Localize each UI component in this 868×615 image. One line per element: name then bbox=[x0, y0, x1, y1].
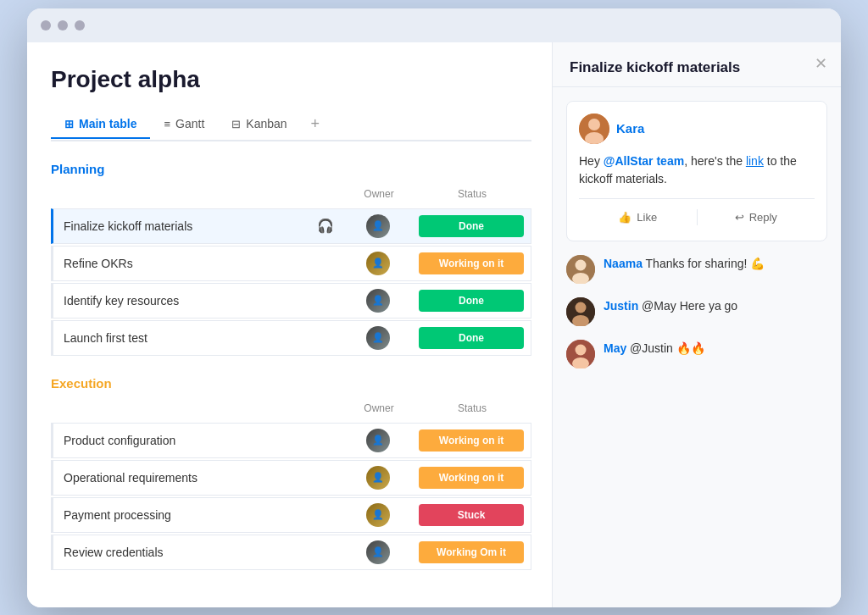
comment-actions: 👍 Like ↩ Reply bbox=[579, 198, 815, 229]
headset-icon: 🎧 bbox=[317, 218, 334, 234]
main-table-icon: ⊞ bbox=[64, 118, 74, 130]
reply-button[interactable]: ↩ Reply bbox=[698, 206, 815, 229]
execution-name-header bbox=[51, 399, 345, 418]
avatar: 👤 bbox=[366, 503, 390, 527]
traffic-light-close[interactable] bbox=[41, 20, 51, 30]
row-status: Done bbox=[412, 212, 531, 241]
table-row[interactable]: Refine OKRs 👤 Working on it bbox=[51, 246, 531, 281]
main-comment-box: Kara Hey @AllStar team, here's the link … bbox=[566, 101, 827, 241]
status-badge: Working on it bbox=[419, 429, 524, 452]
tab-main-table-label: Main table bbox=[79, 117, 136, 130]
comment-text-mid: , here's the bbox=[684, 154, 746, 168]
execution-section-title: Execution bbox=[51, 376, 531, 391]
avatar: 👤 bbox=[366, 214, 390, 238]
row-status: Working on it bbox=[412, 426, 531, 455]
comment-link[interactable]: link bbox=[746, 154, 764, 168]
table-row[interactable]: Finalize kickoff materials 🎧 👤 Done bbox=[51, 208, 531, 244]
planning-section: Planning Owner Status Finalize kickoff m… bbox=[51, 162, 531, 356]
comment-text: Hey @AllStar team, here's the link to th… bbox=[579, 152, 815, 188]
tab-kanban[interactable]: ⊟ Kanban bbox=[218, 110, 300, 137]
traffic-light-maximize[interactable] bbox=[75, 20, 85, 30]
reply-icon: ↩ bbox=[735, 211, 744, 224]
content-area: Project alpha ⊞ Main table ≡ Gantt ⊟ Kan… bbox=[27, 42, 841, 607]
avatar: 👤 bbox=[366, 429, 390, 452]
planning-status-header: Status bbox=[413, 185, 531, 203]
row-status: Done bbox=[412, 286, 531, 315]
row-name: Review credentials bbox=[53, 539, 344, 566]
table-row[interactable]: Identify key resources 👤 Done bbox=[51, 283, 531, 319]
row-status: Done bbox=[412, 324, 531, 352]
reply-list: Naama Thanks for sharing! 💪 Justin @May … bbox=[553, 255, 841, 368]
comment-mention[interactable]: @AllStar team bbox=[604, 154, 684, 168]
kara-avatar bbox=[579, 114, 609, 144]
execution-status-header: Status bbox=[413, 399, 531, 418]
reply-author: May bbox=[604, 341, 626, 355]
status-badge: Stuck bbox=[419, 504, 524, 526]
planning-owner-header: Owner bbox=[345, 185, 413, 203]
titlebar bbox=[27, 8, 841, 42]
like-icon: 👍 bbox=[618, 211, 632, 224]
status-badge: Done bbox=[419, 327, 524, 349]
svg-point-1 bbox=[588, 119, 600, 130]
svg-point-7 bbox=[576, 302, 587, 313]
right-panel: ✕ Finalize kickoff materials Kara bbox=[553, 42, 841, 607]
planning-section-title: Planning bbox=[51, 162, 531, 176]
comment-author-name: Kara bbox=[616, 121, 644, 136]
planning-table-header: Owner Status bbox=[51, 185, 531, 207]
planning-name-header bbox=[51, 185, 345, 203]
row-status: Working on it bbox=[412, 463, 531, 492]
add-tab-button[interactable]: + bbox=[301, 108, 331, 140]
close-panel-button[interactable]: ✕ bbox=[815, 54, 827, 73]
reply-text: @May Here ya go bbox=[638, 299, 737, 313]
naama-avatar bbox=[566, 255, 595, 284]
comment-author-row: Kara bbox=[579, 114, 815, 144]
row-owner: 👤 bbox=[344, 500, 412, 530]
left-panel: Project alpha ⊞ Main table ≡ Gantt ⊟ Kan… bbox=[27, 42, 553, 607]
table-row[interactable]: Review credentials 👤 Working Om it bbox=[51, 535, 531, 570]
kanban-icon: ⊟ bbox=[231, 118, 241, 130]
reply-author: Justin bbox=[604, 299, 638, 313]
tab-gantt[interactable]: ≡ Gantt bbox=[150, 110, 218, 137]
row-status: Working Om it bbox=[412, 538, 531, 567]
status-badge: Working Om it bbox=[419, 541, 524, 563]
reply-author: Naama bbox=[604, 257, 643, 270]
table-row[interactable]: Launch first test 👤 Done bbox=[51, 320, 531, 356]
row-name: Refine OKRs bbox=[53, 250, 344, 277]
row-owner: 👤 bbox=[344, 285, 412, 316]
row-owner: 👤 bbox=[344, 323, 412, 353]
table-row[interactable]: Operational requirements 👤 Working on it bbox=[51, 460, 531, 496]
table-row[interactable]: Product configuration 👤 Working on it bbox=[51, 423, 531, 458]
like-button[interactable]: 👍 Like bbox=[579, 206, 697, 229]
comment-text-pre: Hey bbox=[579, 154, 604, 168]
table-row[interactable]: Payment processing 👤 Stuck bbox=[51, 497, 531, 533]
status-badge: Done bbox=[419, 290, 524, 312]
avatar: 👤 bbox=[366, 289, 390, 313]
project-title: Project alpha bbox=[51, 66, 531, 93]
reply-item: May @Justin 🔥🔥 bbox=[566, 340, 827, 368]
like-label: Like bbox=[637, 211, 657, 224]
avatar: 👤 bbox=[366, 466, 390, 490]
reply-item: Naama Thanks for sharing! 💪 bbox=[566, 255, 827, 284]
svg-point-4 bbox=[576, 259, 587, 270]
row-name: Payment processing bbox=[53, 501, 344, 529]
may-avatar bbox=[566, 340, 595, 368]
svg-point-10 bbox=[576, 344, 587, 355]
tab-gantt-label: Gantt bbox=[175, 117, 204, 130]
traffic-light-minimize[interactable] bbox=[58, 20, 68, 30]
row-name: Product configuration bbox=[53, 427, 344, 454]
avatar: 👤 bbox=[366, 540, 390, 564]
reply-content: Naama Thanks for sharing! 💪 bbox=[604, 255, 765, 273]
reply-content: May @Justin 🔥🔥 bbox=[604, 340, 705, 357]
row-owner: 👤 bbox=[344, 248, 412, 279]
reply-item: Justin @May Here ya go bbox=[566, 297, 827, 326]
tab-main-table[interactable]: ⊞ Main table bbox=[51, 110, 150, 137]
app-window: Project alpha ⊞ Main table ≡ Gantt ⊟ Kan… bbox=[27, 8, 841, 607]
row-owner: 👤 bbox=[344, 463, 412, 493]
row-status: Working on it bbox=[412, 249, 531, 278]
tab-kanban-label: Kanban bbox=[246, 117, 287, 130]
row-status: Stuck bbox=[412, 501, 531, 529]
execution-owner-header: Owner bbox=[345, 399, 413, 418]
row-name: Finalize kickoff materials 🎧 bbox=[53, 211, 344, 241]
reply-label: Reply bbox=[749, 211, 777, 224]
panel-title: Finalize kickoff materials bbox=[553, 42, 841, 87]
